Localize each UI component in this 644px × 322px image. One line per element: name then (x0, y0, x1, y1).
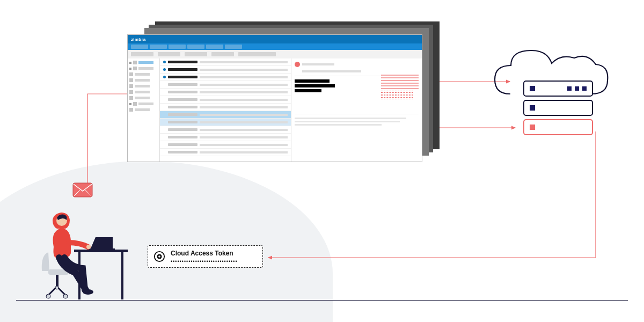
message-row[interactable] (160, 81, 291, 89)
malicious-payload-highlight (381, 75, 419, 100)
svg-point-12 (83, 289, 93, 295)
token-masked-value: •••••••••••••••••••••••••••••• (171, 259, 238, 264)
sidebar-item[interactable] (129, 67, 158, 70)
message-row[interactable] (160, 96, 291, 104)
subject-placeholder (302, 70, 361, 72)
app-logo-text: zimbra (131, 37, 146, 42)
svg-rect-6 (56, 275, 58, 287)
tab-item[interactable] (225, 45, 242, 49)
toolbar-button[interactable] (158, 52, 180, 56)
message-row[interactable] (160, 141, 291, 149)
sidebar-item[interactable] (129, 84, 158, 88)
toolbar-button[interactable] (238, 52, 276, 56)
server-unit-compromised (523, 119, 593, 135)
zimbra-app-window: zimbra (127, 34, 422, 162)
contact-header (295, 62, 419, 67)
tab-item[interactable] (206, 45, 223, 49)
message-row[interactable] (160, 74, 291, 81)
app-titlebar: zimbra (128, 35, 422, 43)
ground-line (16, 300, 628, 301)
sidebar-item[interactable] (129, 102, 158, 106)
message-row[interactable] (160, 119, 291, 126)
app-tabs-bar (128, 43, 422, 50)
sidebar-item[interactable] (129, 96, 158, 100)
contact-avatar-icon (295, 62, 300, 67)
app-body (128, 58, 422, 162)
tab-item[interactable] (187, 45, 204, 49)
sidebar-item[interactable] (129, 108, 158, 112)
message-row-selected[interactable] (160, 111, 291, 119)
server-unit (523, 100, 593, 116)
tab-item[interactable] (131, 45, 148, 49)
app-toolbar (128, 50, 422, 58)
svg-point-7 (46, 294, 50, 298)
server-unit (523, 80, 593, 97)
token-target-icon (153, 251, 165, 262)
sidebar-item[interactable] (129, 90, 158, 94)
sidebar-item[interactable] (129, 61, 158, 64)
cloud-access-token-box: Cloud Access Token •••••••••••••••••••••… (148, 245, 263, 268)
message-row[interactable] (160, 89, 291, 96)
svg-point-8 (55, 286, 58, 289)
message-row[interactable] (160, 104, 291, 111)
cloud-server-stack (523, 80, 593, 138)
message-detail-pane (291, 58, 422, 162)
sidebar-item[interactable] (129, 78, 158, 82)
svg-rect-3 (121, 252, 123, 299)
token-label: Cloud Access Token (171, 250, 238, 257)
message-list (160, 58, 291, 162)
tab-item[interactable] (150, 45, 167, 49)
toolbar-button[interactable] (211, 52, 234, 56)
toolbar-button[interactable] (185, 52, 207, 56)
svg-rect-4 (88, 248, 115, 250)
user-at-desk-illustration (32, 193, 129, 301)
message-row[interactable] (160, 134, 291, 141)
message-row[interactable] (160, 126, 291, 134)
toolbar-button[interactable] (131, 52, 153, 56)
contact-name-placeholder (302, 63, 334, 65)
svg-point-15 (158, 255, 160, 258)
message-row[interactable] (160, 149, 291, 156)
message-row[interactable] (160, 66, 291, 74)
message-row[interactable] (160, 58, 291, 66)
svg-point-11 (86, 245, 91, 249)
sidebar-item[interactable] (129, 72, 158, 76)
tab-item[interactable] (169, 45, 186, 49)
folder-sidebar (128, 58, 160, 162)
svg-point-9 (63, 294, 68, 298)
